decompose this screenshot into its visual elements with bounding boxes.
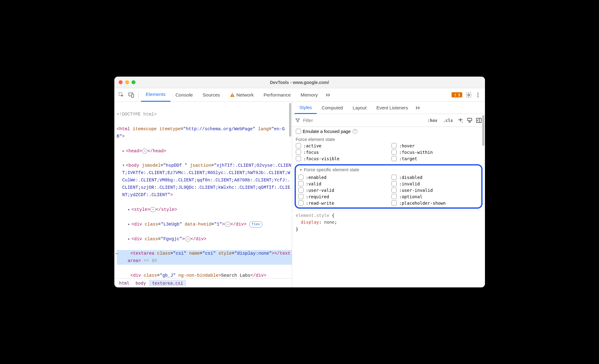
panels: <!DOCTYPE html> <html itemscope itemtype… bbox=[114, 102, 485, 287]
tab-performance[interactable]: Performance bbox=[259, 88, 296, 102]
breadcrumb-body[interactable]: body bbox=[132, 280, 149, 286]
styles-tabs-overflow[interactable] bbox=[413, 102, 423, 114]
hov-toggle[interactable]: :hov bbox=[426, 117, 439, 123]
device-toolbar-icon[interactable] bbox=[127, 90, 136, 100]
computed-sidebar-button[interactable] bbox=[467, 117, 473, 123]
help-icon[interactable]: ? bbox=[353, 129, 357, 134]
state-required-label: :required bbox=[306, 194, 329, 199]
tab-memory[interactable]: Memory bbox=[296, 88, 322, 102]
styles-tabs: Styles Computed Layout Event Listeners bbox=[292, 102, 485, 114]
styles-body: Emulate a focused page ? Force element s… bbox=[292, 127, 485, 287]
tab-layout[interactable]: Layout bbox=[348, 102, 372, 114]
tab-event-listeners[interactable]: Event Listeners bbox=[372, 102, 413, 114]
state-placeholder-shown-checkbox[interactable] bbox=[391, 200, 397, 206]
issues-badge[interactable]: 1 bbox=[452, 92, 462, 97]
svg-rect-5 bbox=[455, 94, 456, 95]
tab-console[interactable]: Console bbox=[170, 88, 198, 102]
specific-state-heading[interactable]: Force specific element state bbox=[297, 166, 480, 173]
dom-tree[interactable]: <!DOCTYPE html> <html itemscope itemtype… bbox=[114, 102, 292, 278]
state-focus-checkbox[interactable] bbox=[296, 150, 301, 155]
state-read-write-checkbox[interactable] bbox=[298, 200, 303, 206]
inspect-element-icon[interactable] bbox=[117, 90, 126, 100]
tabs-overflow[interactable] bbox=[322, 88, 334, 102]
highlighted-section: Force specific element state :enabled :d… bbox=[295, 164, 483, 209]
brush-icon bbox=[467, 117, 473, 123]
filter-icon bbox=[295, 118, 300, 123]
state-invalid-label: :invalid bbox=[399, 181, 420, 186]
state-user-invalid-label: :user-invalid bbox=[399, 188, 433, 193]
state-hover-label: :hover bbox=[399, 143, 415, 148]
state-disabled-checkbox[interactable] bbox=[391, 175, 397, 180]
svg-rect-3 bbox=[232, 94, 233, 96]
filter-input[interactable] bbox=[303, 118, 423, 123]
svg-rect-4 bbox=[232, 96, 233, 97]
state-active-checkbox[interactable] bbox=[296, 143, 301, 148]
state-focus-visible-label: :focus-visible bbox=[303, 156, 340, 161]
state-focus-label: :focus bbox=[303, 150, 319, 155]
devtools-window: DevTools - www.google.com/ Elements Cons… bbox=[114, 77, 485, 287]
kebab-menu-button[interactable] bbox=[475, 92, 481, 98]
svg-rect-2 bbox=[132, 94, 134, 97]
svg-rect-11 bbox=[467, 118, 472, 121]
state-disabled-label: :disabled bbox=[399, 175, 422, 180]
element-style-block[interactable]: element.style { display: none; } bbox=[292, 210, 485, 234]
cls-toggle[interactable]: .cls bbox=[442, 117, 454, 123]
scrollbar[interactable] bbox=[289, 103, 291, 137]
css-prop: display bbox=[301, 220, 319, 225]
state-required-checkbox[interactable] bbox=[298, 194, 303, 199]
state-target-checkbox[interactable] bbox=[391, 156, 397, 161]
breadcrumb-html[interactable]: html bbox=[116, 280, 133, 286]
tab-sources[interactable]: Sources bbox=[198, 88, 225, 102]
svg-point-8 bbox=[477, 93, 479, 94]
tab-elements[interactable]: Elements bbox=[141, 88, 171, 102]
tab-network[interactable]: Network bbox=[225, 88, 259, 102]
svg-rect-6 bbox=[455, 96, 456, 96]
titlebar: DevTools - www.google.com/ bbox=[114, 77, 485, 88]
state-user-invalid-checkbox[interactable] bbox=[391, 188, 397, 193]
scrollbar[interactable] bbox=[482, 115, 484, 146]
emulate-focused-checkbox[interactable] bbox=[296, 129, 301, 134]
flex-badge[interactable]: flex bbox=[249, 221, 263, 228]
filter-box bbox=[295, 118, 423, 123]
svg-point-9 bbox=[477, 94, 479, 96]
state-active-label: :active bbox=[303, 143, 322, 148]
separator bbox=[138, 92, 139, 98]
state-optional-checkbox[interactable] bbox=[391, 194, 397, 199]
state-focus-visible-checkbox[interactable] bbox=[296, 156, 301, 161]
main-tabs: Elements Console Sources Network Perform… bbox=[141, 88, 451, 102]
doctype: <!DOCTYPE html> bbox=[117, 112, 157, 117]
gear-icon bbox=[465, 92, 472, 98]
specific-state-group: Force specific element state :enabled :d… bbox=[297, 166, 480, 206]
breadcrumb-bar: html body textarea.csi bbox=[114, 278, 292, 287]
state-hover-checkbox[interactable] bbox=[391, 143, 397, 148]
state-enabled-label: :enabled bbox=[306, 175, 326, 180]
state-user-valid-label: :user-valid bbox=[306, 188, 334, 193]
state-optional-label: :optional bbox=[399, 194, 422, 199]
state-read-write-label: :read-write bbox=[306, 201, 334, 206]
state-invalid-checkbox[interactable] bbox=[391, 181, 397, 186]
close-window-button[interactable] bbox=[119, 80, 123, 84]
force-state-grid: :active :hover :focus :focus-within :foc… bbox=[292, 143, 485, 164]
selected-dom-node[interactable]: <textarea class="csi" name="csi" style="… bbox=[117, 250, 292, 265]
tab-styles[interactable]: Styles bbox=[295, 102, 317, 114]
toggle-sidebar-button[interactable] bbox=[476, 117, 482, 123]
state-focus-within-checkbox[interactable] bbox=[391, 150, 397, 155]
state-placeholder-shown-label: :placeholder-shown bbox=[399, 201, 446, 206]
elements-panel: <!DOCTYPE html> <html itemscope itemtype… bbox=[114, 102, 292, 287]
minimize-window-button[interactable] bbox=[125, 80, 129, 84]
state-user-valid-checkbox[interactable] bbox=[298, 188, 303, 193]
state-enabled-checkbox[interactable] bbox=[298, 175, 303, 180]
styles-toolbar: :hov .cls bbox=[292, 114, 485, 127]
settings-button[interactable] bbox=[465, 92, 472, 98]
new-style-rule-button[interactable] bbox=[457, 117, 464, 123]
breadcrumb-textarea[interactable]: textarea.csi bbox=[149, 280, 186, 286]
state-valid-checkbox[interactable] bbox=[298, 181, 303, 186]
svg-point-7 bbox=[468, 94, 470, 96]
force-state-heading: Force element state bbox=[292, 136, 485, 143]
css-selector: element.style bbox=[296, 213, 330, 218]
css-val: none bbox=[324, 220, 334, 225]
tab-computed[interactable]: Computed bbox=[317, 102, 348, 114]
maximize-window-button[interactable] bbox=[132, 80, 135, 84]
issues-icon bbox=[453, 93, 457, 97]
warning-icon bbox=[230, 93, 235, 97]
